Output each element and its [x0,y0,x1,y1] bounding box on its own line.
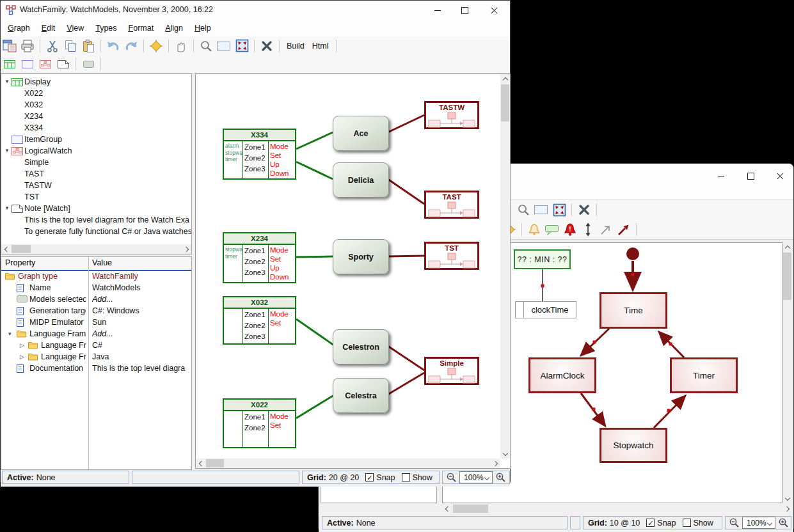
show-checkbox[interactable] [402,473,410,481]
property-row-language-frame[interactable]: ▾Language FrameAdd... [1,329,191,340]
snap-checkbox[interactable]: ✓ [365,473,374,481]
tree-item-tast[interactable]: TAST [1,169,191,180]
state-node-timer[interactable]: Timer [670,357,738,393]
scroll-down-button[interactable] [782,494,792,503]
tree-item-display[interactable]: ▾Display [1,77,191,88]
delete-icon[interactable] [576,202,592,217]
watchfamily-canvas[interactable]: X334alarmstopwatctimerZone1Zone2Zone3Mod… [195,74,511,469]
state-node-alarmclock[interactable]: AlarmClock [528,357,596,393]
vertical-arrow-icon[interactable] [580,222,596,237]
zoom-in-icon[interactable] [495,472,506,483]
property-row-language-fra[interactable]: ▷Language FraC# [1,340,191,352]
scroll-right-button[interactable] [782,504,792,513]
expander-right-icon[interactable]: ▷ [20,354,24,360]
property-value[interactable]: C# [92,341,190,350]
watch-node-ace[interactable]: Ace [333,116,389,151]
tree-item-logicalwatch[interactable]: ▾LogicalWatch [1,146,191,157]
property-row-documentation[interactable]: DocumentationThis is the top level diagr… [1,363,191,375]
maximize-button[interactable] [738,168,763,184]
tree-item-x334[interactable]: X334 [1,123,191,134]
model-node-simple[interactable]: Simple [424,357,479,385]
zoom-out-icon[interactable] [729,517,740,528]
display-node-x234[interactable]: X234stopwatctimerZone1Zone2Zone3ModeSetU… [223,232,296,283]
property-row-name[interactable]: NameWatchModels [1,283,191,294]
display-type-icon[interactable] [1,56,18,72]
expander-down-icon[interactable]: ▾ [3,205,11,211]
display-node-x022[interactable]: X022Zone1Zone2ModeSet [223,398,296,448]
zoom-select[interactable]: 100% [742,517,775,529]
undo-icon[interactable] [105,38,122,54]
cut-icon[interactable] [44,38,61,54]
note-type-icon[interactable] [55,56,72,72]
tree-item-this-is-the-top-level-diagra[interactable]: This is the top level diagram for the Wa… [1,215,191,226]
close-button[interactable] [482,2,506,19]
tree-item-simple[interactable]: Simple [1,157,191,169]
menu-view[interactable]: View [61,20,90,36]
delete-icon[interactable] [258,38,275,54]
property-value[interactable]: Add... [92,295,190,304]
property-row-language-fra[interactable]: ▷Language FraJava [1,352,191,363]
menu-types[interactable]: Types [90,20,122,36]
zoom-select[interactable]: 100% [459,471,493,483]
property-row-models-selected-f[interactable]: Models selected fAdd... [1,294,191,306]
state-v-scrollbar[interactable] [782,242,792,503]
watch-node-sporty[interactable]: Sporty [333,239,389,274]
menu-edit[interactable]: Edit [36,20,61,36]
expander-right-icon[interactable]: ▷ [20,342,24,348]
tree-item-tst[interactable]: TST [1,192,191,203]
menu-format[interactable]: Format [123,20,160,36]
property-value[interactable]: C#: Windows [92,306,190,315]
fit-window-icon[interactable] [234,38,250,54]
scroll-right-button[interactable] [491,458,500,468]
scroll-thumb[interactable] [783,253,791,300]
zoom-in-icon[interactable] [778,517,789,528]
model-node-tastw[interactable]: TASTW [424,101,479,129]
scroll-thumb[interactable] [206,459,224,467]
tree-item-note-watch-[interactable]: ▾Note [Watch] [1,203,191,215]
scroll-right-button[interactable] [182,244,191,254]
property-value[interactable]: This is the top level diagra [92,364,190,373]
comment-icon[interactable] [544,222,560,237]
watch-node-celestron[interactable]: Celestron [333,329,389,364]
scroll-left-button[interactable] [442,504,452,513]
copy-icon[interactable] [62,38,79,54]
watch-node-celestra[interactable]: Celestra [333,378,389,413]
html-button[interactable]: Html [308,42,333,51]
property-value[interactable]: WatchFamily [92,272,190,281]
watch-node-delicia[interactable]: Delicia [333,162,389,198]
pan-hand-icon[interactable] [173,38,189,54]
zoom-icon[interactable] [515,202,532,217]
snap-grid-icon[interactable] [148,38,164,54]
scroll-up-button[interactable] [782,242,792,252]
bell-icon[interactable] [526,222,543,237]
lcd-display-node[interactable]: ?? : MIN : ?? [514,249,571,269]
tree-item-to-generate-fully-functional[interactable]: To generate fully functional C# or Java … [1,226,191,238]
maximize-button[interactable] [452,2,477,19]
scroll-thumb[interactable] [12,245,31,253]
paste-icon[interactable] [80,38,97,54]
model-node-tast[interactable]: TAST [424,191,479,219]
minimize-button[interactable] [425,2,450,19]
rect-select-icon[interactable] [216,38,232,54]
scroll-thumb[interactable] [453,505,488,513]
fit-window-icon[interactable] [551,202,568,217]
property-row-midp-emulator[interactable]: MIDP EmulatorSun [1,317,191,329]
itemgroup-type-icon[interactable] [19,56,36,72]
graph-browser-icon[interactable] [1,38,18,54]
menu-graph[interactable]: Graph [2,20,36,36]
print-icon[interactable] [19,38,36,54]
state-node-time[interactable]: Time [599,292,667,329]
build-button[interactable]: Build [283,42,308,51]
tree-item-x022[interactable]: X022 [1,88,191,100]
redo-icon[interactable] [123,38,139,54]
tree-item-itemgroup[interactable]: ItemGroup [1,134,191,146]
menu-help[interactable]: Help [189,20,217,36]
canvas-h-scrollbar[interactable] [196,458,500,468]
minimize-button[interactable] [709,168,733,184]
scroll-left-button[interactable] [1,244,11,254]
relationship-arrow-icon[interactable] [598,222,614,237]
menu-align[interactable]: Align [159,20,189,36]
clocktime-field-node[interactable]: clockTime [515,301,576,318]
property-row-generation-targe[interactable]: Generation targeC#: Windows [1,306,191,317]
state-h-scrollbar[interactable] [442,504,792,513]
